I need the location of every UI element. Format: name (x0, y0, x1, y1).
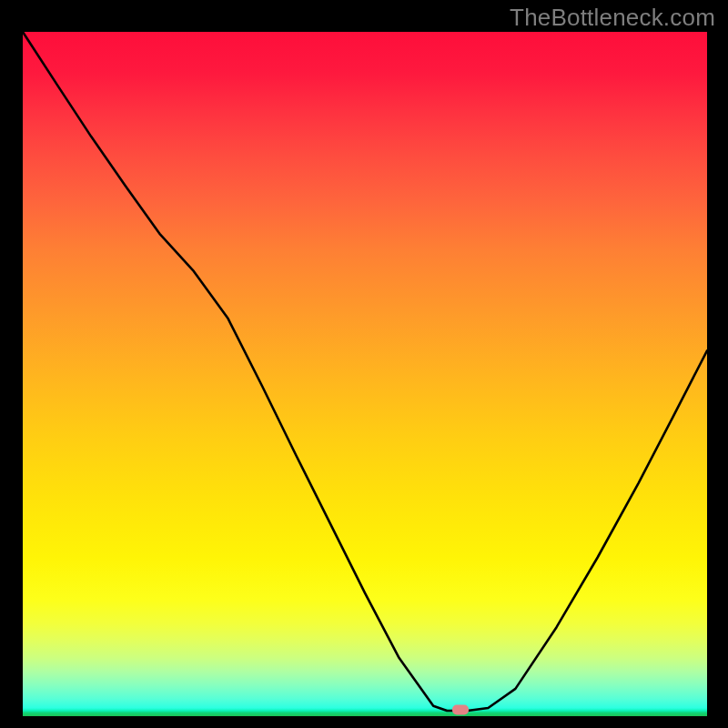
chart-frame: TheBottleneck.com (0, 0, 728, 728)
plot-area (23, 32, 707, 716)
watermark-label: TheBottleneck.com (510, 4, 715, 32)
bottleneck-curve (23, 32, 707, 716)
optimal-point-marker (452, 705, 469, 715)
